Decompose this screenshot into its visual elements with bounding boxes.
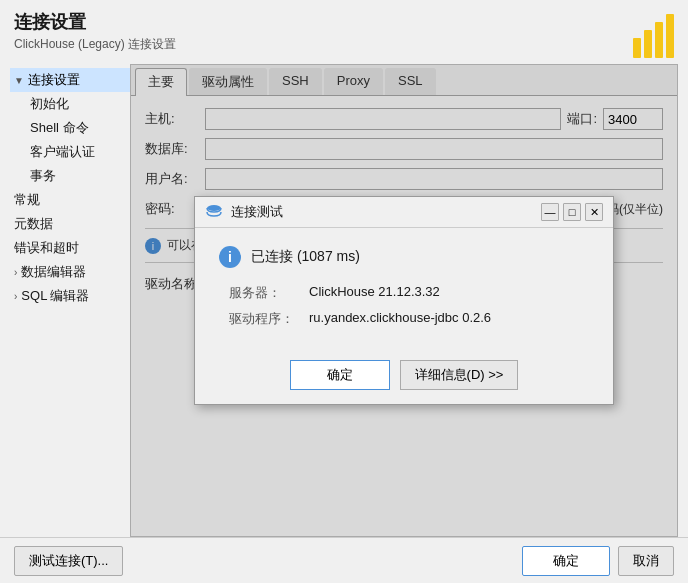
sidebar-item-label: Shell 命令 xyxy=(30,119,89,137)
bottom-bar: 测试连接(T)... 确定 取消 xyxy=(0,537,688,583)
modal-driver-row: 驱动程序： ru.yandex.clickhouse-jdbc 0.2.6 xyxy=(219,310,589,328)
sidebar-item-transactions[interactable]: 事务 xyxy=(10,164,130,188)
svg-point-0 xyxy=(207,205,221,211)
chevron-down-icon: ▼ xyxy=(14,75,24,86)
page-title: 连接设置 xyxy=(14,10,176,34)
sidebar-item-label: 初始化 xyxy=(30,95,69,113)
right-panel: 主要 驱动属性 SSH Proxy SSL 主机: xyxy=(130,64,678,537)
modal-status-row: i 已连接 (1087 ms) xyxy=(219,246,589,268)
modal-status-text: 已连接 (1087 ms) xyxy=(251,248,360,266)
modal-overlay: 连接测试 — □ ✕ i 已连接 (1087 ms) xyxy=(131,65,677,536)
sidebar-item-sql-editor[interactable]: › SQL 编辑器 xyxy=(10,284,130,308)
modal-title-left: 连接测试 xyxy=(205,203,283,221)
sidebar-item-label: SQL 编辑器 xyxy=(21,287,89,305)
connection-test-dialog: 连接测试 — □ ✕ i 已连接 (1087 ms) xyxy=(194,196,614,405)
modal-titlebar: 连接测试 — □ ✕ xyxy=(195,197,613,228)
modal-maximize-button[interactable]: □ xyxy=(563,203,581,221)
sidebar-item-label: 事务 xyxy=(30,167,56,185)
database-icon xyxy=(205,203,223,221)
sidebar-item-client-auth[interactable]: 客户端认证 xyxy=(10,140,130,164)
modal-server-label: 服务器： xyxy=(229,284,309,302)
sidebar-item-metadata[interactable]: 元数据 xyxy=(10,212,130,236)
sidebar-item-error-timeout[interactable]: 错误和超时 xyxy=(10,236,130,260)
sidebar-item-label: 常规 xyxy=(14,191,40,209)
modal-info-icon: i xyxy=(219,246,241,268)
modal-driver-label: 驱动程序： xyxy=(229,310,309,328)
sidebar-item-data-editor[interactable]: › 数据编辑器 xyxy=(10,260,130,284)
sidebar-item-label: 客户端认证 xyxy=(30,143,95,161)
sidebar: ▼ 连接设置 初始化 Shell 命令 客户端认证 事务 常规 元数据 错误 xyxy=(10,64,130,537)
logo-bar-4 xyxy=(666,14,674,58)
modal-server-value: ClickHouse 21.12.3.32 xyxy=(309,284,440,299)
sidebar-item-label: 数据编辑器 xyxy=(21,263,86,281)
ok-button[interactable]: 确定 xyxy=(522,546,610,576)
bottom-btn-group: 确定 取消 xyxy=(522,546,674,576)
modal-footer: 确定 详细信息(D) >> xyxy=(195,350,613,404)
modal-server-row: 服务器： ClickHouse 21.12.3.32 xyxy=(219,284,589,302)
chevron-right-icon: › xyxy=(14,267,17,278)
sidebar-item-init[interactable]: 初始化 xyxy=(10,92,130,116)
modal-close-button[interactable]: ✕ xyxy=(585,203,603,221)
modal-title-text: 连接测试 xyxy=(231,203,283,221)
sidebar-item-connection-settings[interactable]: ▼ 连接设置 xyxy=(10,68,130,92)
sidebar-item-shell-cmd[interactable]: Shell 命令 xyxy=(10,116,130,140)
sidebar-item-label: 错误和超时 xyxy=(14,239,79,257)
modal-driver-value: ru.yandex.clickhouse-jdbc 0.2.6 xyxy=(309,310,491,325)
modal-ok-button[interactable]: 确定 xyxy=(290,360,390,390)
page-subtitle: ClickHouse (Legacy) 连接设置 xyxy=(14,36,176,53)
sidebar-item-label: 元数据 xyxy=(14,215,53,233)
sidebar-item-general[interactable]: 常规 xyxy=(10,188,130,212)
cancel-button[interactable]: 取消 xyxy=(618,546,674,576)
modal-body: i 已连接 (1087 ms) 服务器： ClickHouse 21.12.3.… xyxy=(195,228,613,350)
test-connection-button[interactable]: 测试连接(T)... xyxy=(14,546,123,576)
modal-minimize-button[interactable]: — xyxy=(541,203,559,221)
logo xyxy=(633,10,674,58)
modal-controls: — □ ✕ xyxy=(541,203,603,221)
content-area: ▼ 连接设置 初始化 Shell 命令 客户端认证 事务 常规 元数据 错误 xyxy=(0,64,688,537)
header-title-area: 连接设置 ClickHouse (Legacy) 连接设置 xyxy=(14,10,176,53)
main-window: 连接设置 ClickHouse (Legacy) 连接设置 ▼ 连接设置 初始化… xyxy=(0,0,688,583)
logo-bar-2 xyxy=(644,30,652,58)
logo-bar-1 xyxy=(633,38,641,58)
header: 连接设置 ClickHouse (Legacy) 连接设置 xyxy=(0,0,688,64)
modal-detail-button[interactable]: 详细信息(D) >> xyxy=(400,360,519,390)
sidebar-item-label: 连接设置 xyxy=(28,71,80,89)
logo-bar-3 xyxy=(655,22,663,58)
chevron-right-icon: › xyxy=(14,291,17,302)
